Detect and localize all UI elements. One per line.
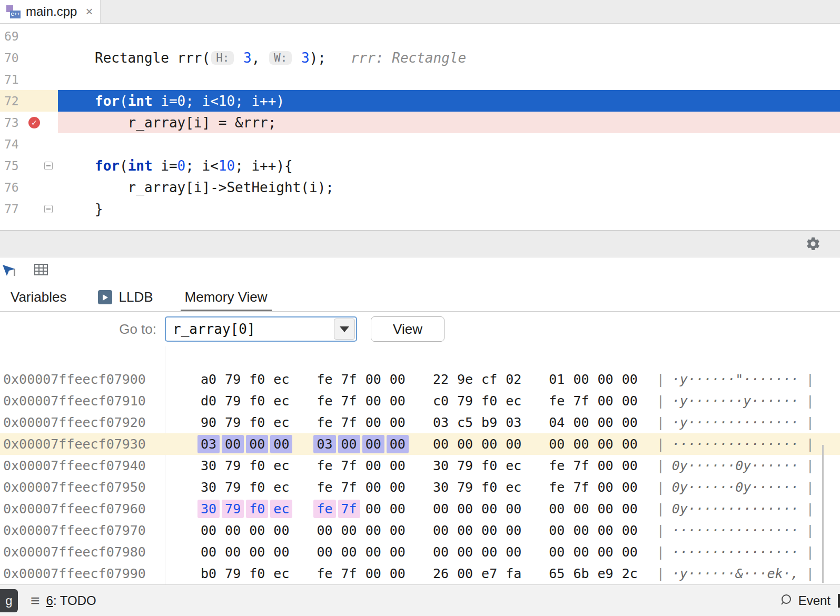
memory-byte[interactable]: 00 — [362, 521, 384, 540]
memory-byte[interactable]: 03 — [197, 435, 220, 453]
settings-gear-icon[interactable] — [805, 236, 821, 254]
view-button[interactable]: View — [371, 316, 444, 342]
memory-byte[interactable]: ec — [502, 478, 525, 496]
memory-byte[interactable]: 00 — [197, 521, 220, 540]
memory-byte[interactable]: f0 — [246, 500, 268, 518]
memory-byte[interactable]: ec — [502, 456, 525, 475]
memory-byte[interactable]: c0 — [430, 392, 452, 410]
memory-row[interactable]: 0x00007ffeecf079209079f0ecfe7f000003c5b9… — [0, 412, 840, 433]
memory-byte[interactable]: fe — [546, 392, 568, 410]
memory-byte[interactable]: ec — [502, 392, 525, 410]
memory-byte[interactable]: fe — [313, 413, 335, 432]
memory-byte[interactable]: 00 — [546, 500, 568, 518]
memory-byte[interactable]: 00 — [570, 435, 592, 453]
memory-byte[interactable]: 00 — [270, 521, 292, 540]
memory-byte[interactable]: f0 — [478, 392, 500, 410]
memory-byte[interactable]: 00 — [454, 500, 476, 518]
goto-address-combobox[interactable]: r_array[0] — [165, 316, 357, 342]
memory-byte[interactable]: 00 — [570, 413, 592, 432]
memory-byte[interactable]: 03 — [430, 413, 452, 432]
memory-byte[interactable]: 00 — [362, 478, 384, 496]
memory-byte[interactable]: 00 — [362, 392, 384, 410]
memory-byte[interactable]: 7f — [570, 456, 592, 475]
memory-byte[interactable]: 00 — [454, 521, 476, 540]
memory-byte[interactable]: 00 — [619, 500, 641, 518]
memory-byte[interactable]: f0 — [246, 392, 268, 410]
memory-byte[interactable]: 00 — [502, 500, 525, 518]
memory-byte[interactable]: 2c — [619, 564, 641, 583]
memory-byte[interactable]: fe — [313, 564, 335, 583]
memory-byte[interactable]: a0 — [197, 370, 220, 389]
memory-byte[interactable]: 00 — [222, 435, 244, 453]
memory-byte[interactable]: 00 — [619, 543, 641, 561]
memory-byte[interactable]: 00 — [246, 521, 268, 540]
memory-byte[interactable]: e7 — [478, 564, 500, 583]
memory-byte[interactable]: 22 — [430, 370, 452, 389]
memory-byte[interactable]: c5 — [454, 413, 476, 432]
memory-byte[interactable]: 7f — [570, 392, 592, 410]
memory-scrollbar[interactable] — [822, 445, 824, 583]
memory-byte[interactable]: 00 — [387, 521, 409, 540]
memory-byte[interactable]: 79 — [454, 456, 476, 475]
memory-byte[interactable]: 00 — [454, 564, 476, 583]
tab-variables[interactable]: Variables — [6, 283, 71, 311]
pick-address-icon[interactable] — [1, 261, 18, 280]
memory-byte[interactable]: fe — [313, 392, 335, 410]
memory-byte[interactable]: 00 — [387, 435, 409, 453]
memory-row[interactable]: 0x00007ffeecf07910d079f0ecfe7f0000c079f0… — [0, 390, 840, 412]
tab-memory-view[interactable]: Memory View — [181, 283, 272, 311]
memory-byte[interactable]: 00 — [454, 435, 476, 453]
memory-byte[interactable]: 00 — [338, 543, 360, 561]
memory-byte[interactable]: 79 — [222, 478, 244, 496]
memory-byte[interactable]: 00 — [619, 370, 641, 389]
memory-byte[interactable]: 00 — [595, 478, 617, 496]
memory-byte[interactable]: b0 — [197, 564, 220, 583]
memory-byte[interactable]: 00 — [595, 435, 617, 453]
memory-byte[interactable]: 00 — [387, 370, 409, 389]
memory-row[interactable]: 0x00007ffeecf07990b079f0ecfe7f00002600e7… — [0, 563, 840, 584]
memory-byte[interactable]: cf — [478, 370, 500, 389]
memory-byte[interactable]: fe — [313, 500, 335, 518]
memory-byte[interactable]: 00 — [619, 392, 641, 410]
memory-byte[interactable]: 7f — [338, 478, 360, 496]
tab-main-cpp[interactable]: C++ main.cpp × — [0, 0, 101, 23]
code-line[interactable]: 76 r_array[i]->SetHeight(i); — [0, 176, 840, 198]
fold-marker-icon[interactable] — [44, 162, 53, 170]
memory-byte[interactable]: 26 — [430, 564, 452, 583]
memory-byte[interactable]: 04 — [546, 413, 568, 432]
memory-byte[interactable]: 00 — [246, 435, 268, 453]
memory-byte[interactable]: 00 — [619, 413, 641, 432]
memory-byte[interactable]: fe — [313, 478, 335, 496]
memory-byte[interactable]: 02 — [502, 370, 525, 389]
memory-byte[interactable]: 7f — [338, 564, 360, 583]
memory-byte[interactable]: f0 — [246, 564, 268, 583]
memory-byte[interactable]: 00 — [313, 543, 335, 561]
memory-byte[interactable]: f0 — [478, 456, 500, 475]
memory-byte[interactable]: 30 — [197, 500, 220, 518]
memory-row[interactable]: 0x00007ffeecf079800000000000000000000000… — [0, 541, 840, 563]
memory-byte[interactable]: 65 — [546, 564, 568, 583]
memory-byte[interactable]: 00 — [362, 435, 384, 453]
tab-lldb[interactable]: LLDB — [94, 283, 157, 311]
memory-row[interactable]: 0x00007ffeecf07900a079f0ecfe7f0000229ecf… — [0, 369, 840, 390]
memory-byte[interactable]: 79 — [222, 370, 244, 389]
todo-toolwindow-button[interactable]: 6: TODO — [46, 593, 96, 608]
memory-byte[interactable]: 00 — [222, 543, 244, 561]
code-editor[interactable]: 6970Rectangle rrr(H: 3, W: 3); rrr: Rect… — [0, 24, 840, 230]
memory-byte[interactable]: b9 — [478, 413, 500, 432]
memory-byte[interactable]: 00 — [478, 543, 500, 561]
memory-byte[interactable]: 00 — [387, 564, 409, 583]
memory-byte[interactable]: 00 — [197, 543, 220, 561]
memory-byte[interactable]: 6b — [570, 564, 592, 583]
breakpoint-icon[interactable]: ✓ — [28, 117, 40, 128]
memory-byte[interactable]: 79 — [222, 392, 244, 410]
code-line[interactable]: 69 — [0, 25, 840, 47]
memory-byte[interactable]: 00 — [313, 521, 335, 540]
memory-byte[interactable]: ec — [270, 478, 292, 496]
memory-byte[interactable]: 79 — [222, 413, 244, 432]
code-line[interactable]: 71 — [0, 68, 840, 90]
table-view-icon[interactable] — [34, 262, 48, 279]
memory-byte[interactable]: 00 — [546, 435, 568, 453]
memory-byte[interactable]: 30 — [197, 456, 220, 475]
memory-byte[interactable]: 01 — [546, 370, 568, 389]
